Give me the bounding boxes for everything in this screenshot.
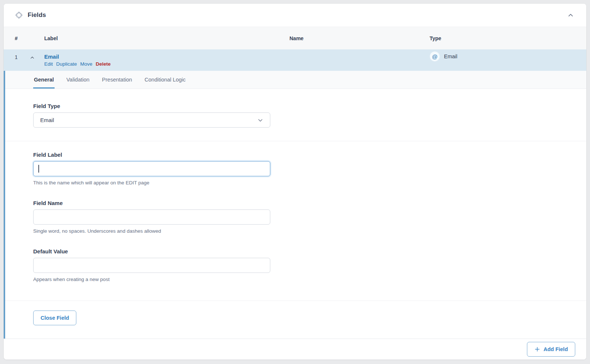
fields-table-header: # Label Name Type: [4, 27, 586, 49]
text-cursor: [38, 165, 39, 173]
panel-collapse-button[interactable]: [566, 11, 575, 20]
chevron-down-icon: [257, 117, 263, 123]
panel-header: Fields: [4, 4, 586, 27]
fields-panel: Fields # Label Name Type 1 Email Edit: [4, 4, 586, 360]
field-type-selected-value: Email: [40, 117, 54, 123]
field-type-label: Field Type: [33, 103, 586, 109]
tab-conditional-logic[interactable]: Conditional Logic: [144, 71, 186, 89]
field-row-email[interactable]: 1 Email Edit Duplicate Move Delete @ Ema…: [4, 49, 586, 71]
move-action-link[interactable]: Move: [80, 61, 93, 67]
field-row-collapse-toggle[interactable]: [30, 54, 35, 60]
tab-validation[interactable]: Validation: [66, 71, 90, 89]
default-value-setting: Default Value Appears when creating a ne…: [4, 248, 586, 301]
plus-icon: [534, 346, 540, 352]
tab-general[interactable]: General: [33, 71, 55, 89]
field-label-help: This is the name which will appear on th…: [33, 180, 586, 186]
default-value-input[interactable]: [33, 258, 270, 273]
tab-presentation[interactable]: Presentation: [101, 71, 133, 89]
column-header-type: Type: [430, 35, 586, 41]
field-row-label-cell: Email Edit Duplicate Move Delete: [44, 49, 289, 71]
field-type-setting: Field Type Email: [4, 89, 586, 141]
edit-action-link[interactable]: Edit: [44, 61, 53, 67]
field-name-input[interactable]: [33, 209, 270, 225]
field-settings-panel: General Validation Presentation Conditio…: [4, 71, 586, 339]
chevron-up-icon: [568, 12, 574, 18]
field-label-input[interactable]: [33, 161, 270, 176]
field-name-label: Field Name: [33, 200, 586, 206]
default-value-label: Default Value: [33, 248, 586, 254]
panel-footer: Add Field: [4, 339, 586, 360]
add-field-button-label: Add Field: [544, 346, 568, 352]
field-settings-tabs: General Validation Presentation Conditio…: [4, 71, 586, 89]
column-header-name: Name: [289, 35, 430, 41]
field-row-actions: Edit Duplicate Move Delete: [44, 61, 289, 67]
field-row-order-cell: 1: [4, 49, 44, 60]
duplicate-action-link[interactable]: Duplicate: [56, 61, 77, 67]
chevron-up-icon: [30, 55, 35, 60]
close-field-section: Close Field: [4, 301, 586, 339]
field-label-link[interactable]: Email: [44, 53, 59, 60]
field-row-number: 1: [15, 54, 18, 60]
field-name-help: Single word, no spaces. Underscores and …: [33, 228, 586, 234]
at-symbol-icon: @: [430, 51, 440, 62]
field-label-label: Field Label: [33, 152, 586, 158]
field-name-setting: Field Name Single word, no spaces. Under…: [4, 200, 586, 234]
field-label-setting: Field Label This is the name which will …: [4, 141, 586, 186]
column-header-label: Label: [44, 35, 289, 41]
field-row-type-cell: @ Email: [430, 49, 586, 62]
field-label-input-wrap: [33, 161, 270, 176]
close-field-button[interactable]: Close Field: [33, 311, 76, 325]
add-field-button[interactable]: Add Field: [527, 342, 575, 357]
column-header-order: #: [4, 35, 44, 41]
default-value-help: Appears when creating a new post: [33, 277, 586, 282]
general-tab-content: Field Type Email Field Label This is the…: [4, 89, 586, 339]
field-type-name: Email: [444, 53, 457, 59]
delete-action-link[interactable]: Delete: [96, 61, 111, 67]
panel-title-group: Fields: [15, 11, 46, 19]
puzzle-icon: [15, 11, 23, 19]
field-type-select[interactable]: Email: [33, 112, 270, 128]
panel-title: Fields: [28, 11, 46, 19]
